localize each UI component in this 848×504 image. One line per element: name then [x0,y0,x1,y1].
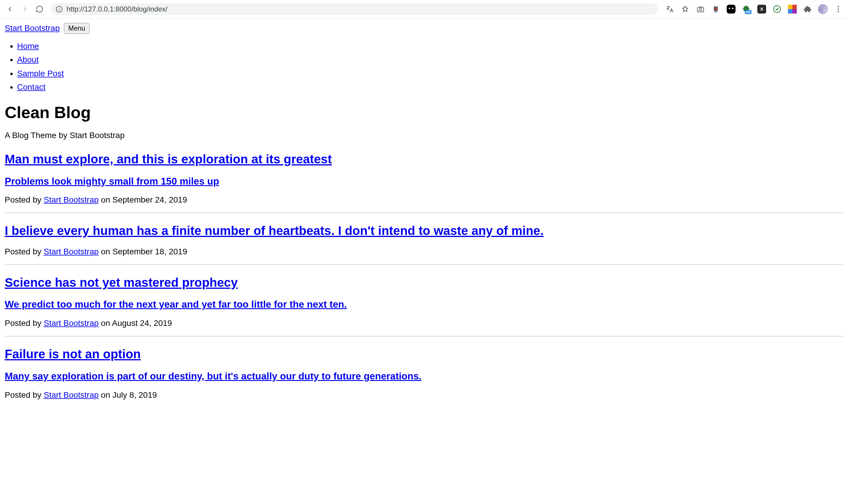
post-author-link[interactable]: Start Bootstrap [43,390,98,399]
post-subtitle-link[interactable]: We predict too much for the next year an… [5,299,347,310]
browser-menu-icon[interactable] [833,4,843,14]
meta-suffix: on August 24, 2019 [98,319,172,328]
post-meta: Posted by Start Bootstrap on September 2… [5,194,843,206]
meta-prefix: Posted by [5,390,43,399]
extension-checkmark-icon[interactable] [772,4,782,14]
menu-toggle-button[interactable]: Menu [64,23,90,34]
post-author-link[interactable]: Start Bootstrap [43,247,98,256]
post-divider [5,264,843,265]
camera-icon[interactable] [696,4,705,14]
meta-prefix: Posted by [5,247,43,256]
nav-item: Sample Post [17,68,843,80]
post-subtitle-link[interactable]: Problems look mighty small from 150 mile… [5,176,219,187]
profile-avatar[interactable] [818,4,828,14]
svg-point-11 [838,11,839,12]
back-button[interactable] [5,4,15,14]
nav-link-home[interactable]: Home [17,41,39,51]
post-author-link[interactable]: Start Bootstrap [43,195,98,204]
svg-point-9 [838,6,839,7]
nav-item: Contact [17,81,843,93]
translate-icon[interactable] [665,4,675,14]
post-author-link[interactable]: Start Bootstrap [43,319,98,328]
forward-button[interactable] [19,4,30,14]
page-subtitle: A Blog Theme by Start Bootstrap [5,129,843,142]
address-bar[interactable]: http://127.0.0.1:8000/blog/index/ [51,3,658,15]
nav-item: Home [17,40,843,52]
nav-link-contact[interactable]: Contact [17,83,46,92]
page-title: Clean Blog [5,101,843,124]
post: I believe every human has a finite numbe… [5,222,843,257]
extension-record-icon[interactable] [711,4,721,14]
post-meta: Posted by Start Bootstrap on September 1… [5,246,843,258]
post-title-link[interactable]: Failure is not an option [5,347,141,361]
post: Science has not yet mastered prophecy We… [5,274,843,329]
svg-rect-7 [714,12,717,12]
post: Man must explore, and this is exploratio… [5,150,843,206]
extension-multicolor-icon[interactable] [787,4,797,14]
extension-black-icon[interactable] [726,4,736,14]
toolbar-right-icons: ON x [665,4,843,14]
site-info-icon[interactable] [55,5,63,13]
meta-prefix: Posted by [5,319,43,328]
brand-link[interactable]: Start Bootstrap [5,22,60,34]
svg-point-4 [699,8,702,11]
navbar: Start Bootstrap Menu [5,22,843,34]
post-subtitle-link[interactable]: Many say exploration is part of our dest… [5,371,421,381]
url-text: http://127.0.0.1:8000/blog/index/ [67,5,167,13]
post-meta: Posted by Start Bootstrap on July 8, 201… [5,389,843,401]
meta-suffix: on September 18, 2019 [98,247,187,256]
meta-suffix: on July 8, 2019 [98,390,157,399]
post-meta: Posted by Start Bootstrap on August 24, … [5,317,843,329]
post-title-link[interactable]: I believe every human has a finite numbe… [5,224,544,238]
nav-item: About [17,54,843,66]
nav-list: Home About Sample Post Contact [17,40,843,93]
bookmark-star-icon[interactable] [680,4,690,14]
meta-prefix: Posted by [5,195,43,204]
meta-suffix: on September 24, 2019 [98,195,187,204]
post-title-link[interactable]: Science has not yet mastered prophecy [5,275,238,289]
reload-button[interactable] [34,4,45,14]
extension-green-on-icon[interactable]: ON [741,4,752,14]
svg-point-10 [838,8,839,10]
browser-toolbar: http://127.0.0.1:8000/blog/index/ ON [0,0,848,18]
nav-link-about[interactable]: About [17,55,39,64]
post-divider [5,213,843,213]
extensions-puzzle-icon[interactable] [802,4,813,14]
svg-point-6 [715,8,717,10]
page-content: Start Bootstrap Menu Home About Sample P… [0,18,848,416]
extension-x-icon[interactable]: x [757,4,767,14]
post: Failure is not an option Many say explor… [5,345,843,401]
post-title-link[interactable]: Man must explore, and this is exploratio… [5,152,332,166]
post-divider [5,336,843,337]
nav-link-sample-post[interactable]: Sample Post [17,69,64,78]
